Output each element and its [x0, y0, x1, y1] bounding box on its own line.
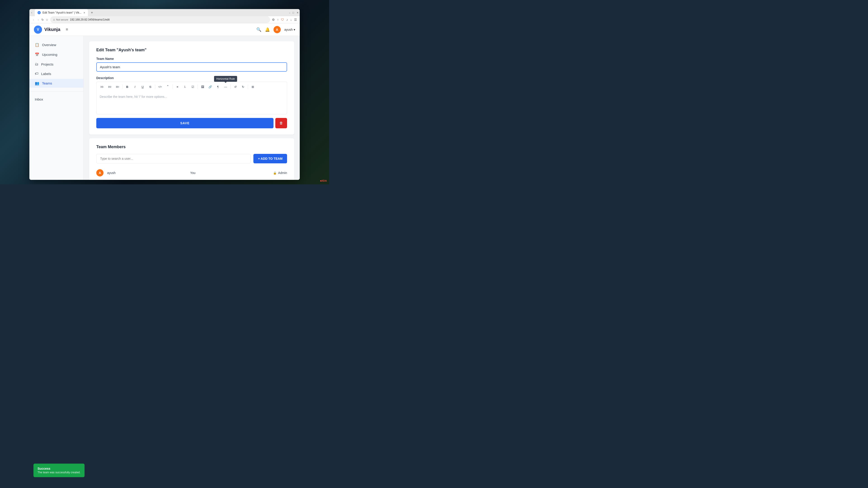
warning-icon: ⚠: [53, 18, 55, 21]
notification-bell-icon[interactable]: 🔔: [265, 27, 270, 32]
url-text: 192.168.29.82:3456/teams/1/edit: [70, 18, 110, 21]
address-bar-actions: ⚙ ↑ 🛡 ♪ ↓ ☰: [272, 18, 297, 22]
top-nav: V Vikunja ≡ 🔍 🔔 A ayush ▾: [29, 23, 300, 36]
sidebar-item-upcoming[interactable]: 📅 Upcoming: [29, 50, 84, 59]
paragraph-button[interactable]: ¶: [215, 84, 221, 90]
task-list-button[interactable]: ☑: [189, 84, 196, 90]
user-avatar[interactable]: A: [274, 26, 281, 33]
teams-label: Teams: [42, 81, 52, 85]
team-name-input[interactable]: [96, 62, 287, 72]
description-label: Description: [96, 76, 287, 80]
edit-team-card: Edit Team "Ayush's team" Team Name Descr…: [89, 41, 294, 135]
maximize-button[interactable]: □: [291, 11, 294, 14]
back-button[interactable]: ‹: [32, 17, 35, 22]
link-button[interactable]: 🔗: [207, 84, 214, 90]
add-to-team-button[interactable]: + ADD TO TEAM: [253, 154, 287, 163]
share-icon[interactable]: ↑: [277, 18, 279, 22]
tab-bar: ‹ V Edit Team "Ayush's team" | Vik... ✕ …: [29, 9, 300, 16]
xda-badge: ■XDA: [320, 180, 327, 182]
extensions-icon[interactable]: ⚙: [272, 18, 275, 22]
horizontal-rule-button[interactable]: —: [222, 84, 229, 90]
underline-button[interactable]: U: [139, 84, 146, 90]
search-row: + ADD TO TEAM: [96, 154, 287, 163]
chevron-down-icon: ▾: [293, 28, 295, 31]
url-bar[interactable]: ⚠ Not secure 192.168.29.82:3456/teams/1/…: [50, 16, 270, 23]
search-icon[interactable]: 🔍: [256, 27, 261, 32]
address-bar: ‹ › ↻ ☆ ⚠ Not secure 192.168.29.82:3456/…: [29, 16, 300, 23]
brave-shield-icon[interactable]: 🛡: [281, 18, 284, 22]
ordered-list-button[interactable]: 1.: [182, 84, 188, 90]
lock-icon: 🔒: [273, 171, 277, 175]
trash-icon: 🗑: [279, 121, 283, 125]
sidebar-divider: [29, 91, 84, 92]
tab-favicon: V: [37, 11, 41, 14]
overview-label: Overview: [42, 43, 56, 47]
minimize-button[interactable]: －: [287, 11, 290, 14]
window-controls: － □ ✕: [287, 11, 298, 14]
save-button[interactable]: SAVE: [96, 118, 274, 128]
delete-button[interactable]: 🗑: [275, 118, 287, 128]
member-you-label: You: [190, 171, 270, 175]
download-icon[interactable]: ↓: [290, 18, 292, 22]
code-button[interactable]: </>: [157, 84, 163, 90]
close-button[interactable]: ✕: [295, 11, 298, 14]
member-search-input[interactable]: [96, 154, 251, 163]
overview-icon: 📋: [35, 43, 39, 47]
app-container: V Vikunja ≡ 🔍 🔔 A ayush ▾ 📋 Overview: [29, 23, 300, 180]
hamburger-menu[interactable]: ≡: [66, 27, 68, 32]
team-members-card: Team Members + ADD TO TEAM A ayush You 🔒…: [89, 138, 294, 180]
italic-button[interactable]: I: [131, 84, 138, 90]
labels-label: Labels: [41, 72, 51, 76]
member-name: ayush: [107, 171, 186, 175]
bullet-list-button[interactable]: ≡: [174, 84, 181, 90]
upcoming-label: Upcoming: [42, 53, 57, 57]
logo-icon: V: [34, 26, 42, 34]
music-icon[interactable]: ♪: [286, 18, 288, 22]
table-button[interactable]: ⊞: [249, 84, 256, 90]
username-display[interactable]: ayush ▾: [284, 28, 295, 31]
redo-button[interactable]: ↻: [240, 84, 246, 90]
bold-button[interactable]: B: [124, 84, 131, 90]
image-button[interactable]: 🖼: [199, 84, 206, 90]
tab-history-back[interactable]: ‹: [31, 11, 32, 14]
top-nav-right: 🔍 🔔 A ayush ▾: [256, 26, 295, 33]
heading1-button[interactable]: H1: [99, 84, 105, 90]
member-role: 🔒 Admin: [273, 171, 287, 175]
refresh-button[interactable]: ↻: [41, 18, 44, 22]
app-layout: 📋 Overview 📅 Upcoming 🗂 Projects 🏷 Label…: [29, 36, 300, 180]
tab-close-button[interactable]: ✕: [84, 11, 85, 14]
undo-button[interactable]: ↺: [232, 84, 239, 90]
sidebar-item-overview[interactable]: 📋 Overview: [29, 40, 84, 49]
tab-title: Edit Team "Ayush's team" | Vik...: [42, 11, 82, 14]
menu-icon[interactable]: ☰: [294, 18, 297, 22]
description-placeholder: Describe the team here, hit '/' for more…: [100, 95, 167, 98]
forward-button[interactable]: ›: [37, 17, 40, 22]
labels-icon: 🏷: [35, 72, 38, 76]
sidebar-item-projects[interactable]: 🗂 Projects: [29, 60, 84, 68]
heading2-button[interactable]: H2: [106, 84, 113, 90]
sidebar-item-teams[interactable]: 👥 Teams: [29, 79, 84, 88]
toolbar-divider-6: [248, 85, 248, 89]
inbox-label: Inbox: [35, 97, 43, 101]
hr-wrapper: — Horizontal Rule: [222, 84, 229, 90]
team-name-label: Team Name: [96, 57, 287, 61]
app-name: Vikunja: [44, 27, 60, 32]
sidebar-item-inbox[interactable]: Inbox: [29, 95, 84, 103]
toolbar-divider-3: [173, 85, 173, 89]
xda-label: ■XDA: [320, 180, 327, 182]
editor-toolbar: H1 H2 H3 B I U S </> " ≡: [96, 82, 287, 92]
description-editor[interactable]: Describe the team here, hit '/' for more…: [96, 92, 287, 114]
new-tab-button[interactable]: +: [89, 9, 95, 16]
logo-area: V Vikunja: [34, 26, 60, 34]
sidebar-item-labels[interactable]: 🏷 Labels: [29, 69, 84, 78]
active-tab[interactable]: V Edit Team "Ayush's team" | Vik... ✕: [35, 9, 88, 16]
projects-label: Projects: [41, 62, 53, 66]
sidebar: 📋 Overview 📅 Upcoming 🗂 Projects 🏷 Label…: [29, 36, 84, 180]
heading3-button[interactable]: H3: [114, 84, 121, 90]
save-row: SAVE 🗑: [96, 118, 287, 128]
member-avatar: A: [96, 169, 103, 176]
bookmark-button[interactable]: ☆: [46, 18, 49, 22]
quote-button[interactable]: ": [164, 84, 171, 90]
strikethrough-button[interactable]: S: [147, 84, 154, 90]
toolbar-divider-4: [197, 85, 198, 89]
